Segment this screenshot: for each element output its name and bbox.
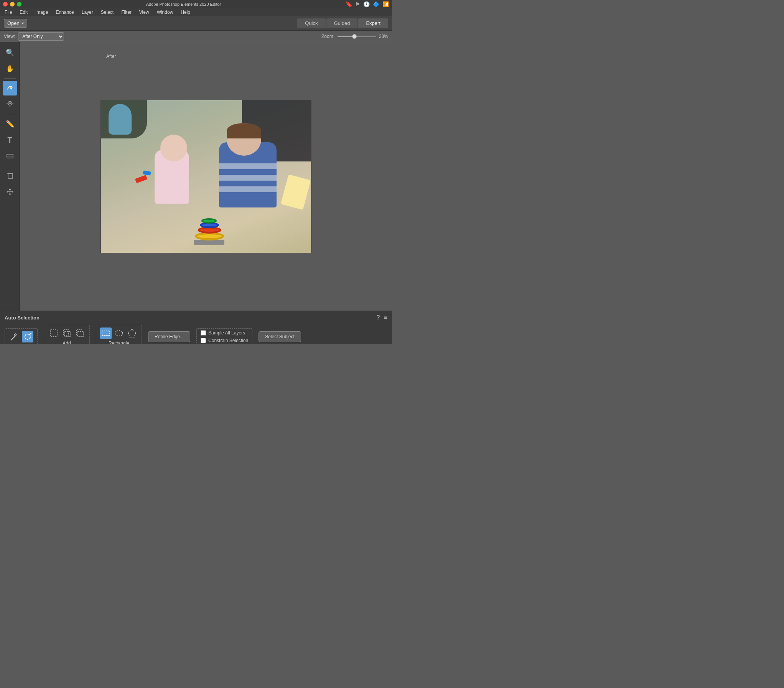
minimize-button[interactable] xyxy=(10,2,15,7)
top-toolbar: Open ▾ Quick Guided Expert xyxy=(0,16,392,31)
type-tool-button[interactable]: T xyxy=(3,133,17,147)
menu-edit[interactable]: Edit xyxy=(18,10,29,15)
menu-image[interactable]: Image xyxy=(34,10,49,15)
zoom-tool-button[interactable]: 🔍 xyxy=(3,45,17,60)
selection-mode-group xyxy=(5,328,38,344)
tool-options-row: Add R xyxy=(5,325,387,344)
sample-all-layers-checkbox[interactable] xyxy=(201,330,206,336)
view-dropdown[interactable]: After Only Before Only Before & After - … xyxy=(18,32,64,41)
svg-rect-15 xyxy=(63,330,69,335)
svg-rect-18 xyxy=(78,331,83,337)
menu-bar: File Edit Image Enhance Layer Select Fil… xyxy=(0,8,392,16)
draw-tool-button[interactable]: ✏️ xyxy=(3,117,17,131)
zoom-slider-track xyxy=(338,36,353,37)
zoom-slider[interactable] xyxy=(338,36,376,37)
eraser-tool-button[interactable] xyxy=(3,149,17,163)
zoom-slider-thumb[interactable] xyxy=(352,34,357,39)
constrain-selection-label: Constrain Selection xyxy=(208,338,248,343)
refine-edge-button[interactable]: Refine Edge... xyxy=(148,331,190,342)
tab-guided[interactable]: Guided xyxy=(326,18,358,28)
time-icon: 🕐 xyxy=(363,1,370,7)
menu-enhance[interactable]: Enhance xyxy=(54,10,75,15)
zoom-area: Zoom: 33% xyxy=(321,34,388,39)
maximize-button[interactable] xyxy=(17,2,21,7)
select-subject-button[interactable]: Select Subject xyxy=(259,331,301,342)
svg-point-4 xyxy=(9,102,11,104)
tool-options-panel: Auto Selection ? ≡ xyxy=(0,311,392,344)
hand-tool-button[interactable]: ✋ xyxy=(3,61,17,76)
subtract-from-selection-button[interactable] xyxy=(74,328,86,339)
help-icon[interactable]: ? xyxy=(376,314,380,321)
quick-selection-button[interactable] xyxy=(22,331,33,342)
main-layout: 🔍 ✋ ✏️ T xyxy=(0,42,392,311)
tool-divider-3 xyxy=(4,166,16,166)
svg-rect-16 xyxy=(65,331,70,337)
menu-help[interactable]: Help xyxy=(179,10,192,15)
ellipse-shape-button[interactable] xyxy=(113,328,125,339)
wifi-icon: 📶 xyxy=(382,1,389,7)
photo-container xyxy=(100,100,311,253)
svg-point-13 xyxy=(30,333,31,334)
menu-window[interactable]: Window xyxy=(155,10,175,15)
magic-wand-button[interactable] xyxy=(9,331,20,342)
enhance-tool-button[interactable] xyxy=(3,97,17,112)
svg-rect-19 xyxy=(102,331,110,336)
shape-tools-group: Rectangle xyxy=(96,325,142,344)
menu-view[interactable]: View xyxy=(138,10,151,15)
mode-tabs: Quick Guided Expert xyxy=(297,18,388,28)
shape-label: Rectangle xyxy=(109,341,129,344)
move-tool-button[interactable] xyxy=(3,184,17,199)
photo-image xyxy=(101,100,311,253)
open-label: Open xyxy=(7,20,20,26)
open-dropdown-arrow: ▾ xyxy=(22,21,24,25)
svg-marker-21 xyxy=(128,329,136,337)
bookmark-icon: 🔖 xyxy=(346,1,352,7)
left-toolbar: 🔍 ✋ ✏️ T xyxy=(0,42,20,311)
sample-all-layers-label: Sample All Layers xyxy=(208,330,245,336)
titlebar-icons: 🔖 ⚑ 🕐 🔷 📶 xyxy=(346,1,389,7)
svg-point-1 xyxy=(10,86,12,89)
constrain-selection-checkbox[interactable] xyxy=(201,338,206,343)
rectangle-shape-button[interactable] xyxy=(100,328,112,339)
tool-options-title: Auto Selection ? ≡ xyxy=(5,314,387,321)
view-bar: View: After Only Before Only Before & Af… xyxy=(0,31,392,42)
open-button[interactable]: Open ▾ xyxy=(4,19,27,28)
constrain-selection-row: Constrain Selection xyxy=(201,338,248,343)
options-menu-icon[interactable]: ≡ xyxy=(384,314,387,321)
svg-point-20 xyxy=(115,331,123,336)
add-mode-label: Add xyxy=(63,341,71,344)
menu-layer[interactable]: Layer xyxy=(80,10,95,15)
new-selection-button[interactable] xyxy=(48,328,59,339)
zoom-label: Zoom: xyxy=(321,34,334,39)
add-subtract-group: Add xyxy=(44,325,90,344)
sample-all-layers-row: Sample All Layers xyxy=(201,330,248,336)
auto-selection-label: Auto Selection xyxy=(5,315,40,321)
svg-rect-14 xyxy=(50,330,57,337)
zoom-value: 33% xyxy=(379,34,388,39)
tool-divider-1 xyxy=(4,78,16,79)
mcafee-icon: ⚑ xyxy=(355,1,360,7)
menu-file[interactable]: File xyxy=(3,10,13,15)
checkboxes-area: Sample All Layers Constrain Selection xyxy=(196,328,252,344)
bluetooth-icon: 🔷 xyxy=(373,1,379,7)
crop-tool-button[interactable] xyxy=(3,168,17,183)
canvas-area: After xyxy=(20,42,392,311)
tool-divider-2 xyxy=(4,114,16,114)
menu-filter[interactable]: Filter xyxy=(120,10,133,15)
app-title: Adobe Photoshop Elements 2020 Editor xyxy=(24,2,343,7)
title-bar: Adobe Photoshop Elements 2020 Editor 🔖 ⚑… xyxy=(0,0,392,8)
polygon-shape-button[interactable] xyxy=(126,328,138,339)
after-label: After xyxy=(106,54,116,59)
smart-brush-tool-button[interactable] xyxy=(3,81,17,95)
svg-rect-9 xyxy=(8,174,13,178)
view-label: View: xyxy=(4,34,15,39)
menu-select[interactable]: Select xyxy=(99,10,115,15)
add-to-selection-button[interactable] xyxy=(61,328,72,339)
close-button[interactable] xyxy=(3,2,8,7)
tab-expert[interactable]: Expert xyxy=(358,18,388,28)
tab-quick[interactable]: Quick xyxy=(297,18,325,28)
